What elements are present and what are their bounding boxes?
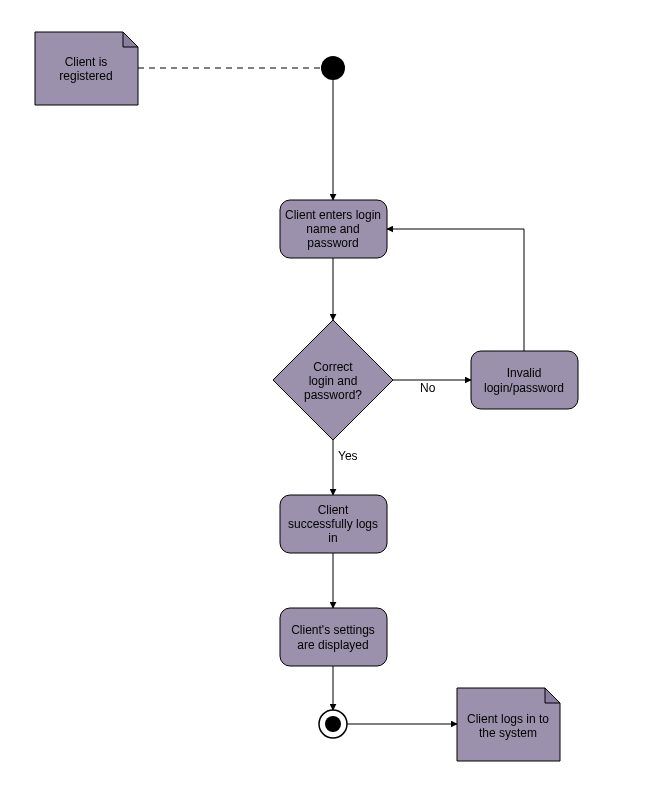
final-node [319,710,347,738]
action-enter-login-text-2: name and [306,222,359,236]
edge-invalid-loopback [387,229,524,351]
action-enter-login-text-3: password [307,236,358,250]
action-invalid-text-1: Invalid [507,366,542,380]
decision-correct-login: Correct login and password? [273,320,393,440]
note-client-registered-text-2: registered [59,69,112,83]
initial-node [321,56,345,80]
note-client-registered: Client is registered [35,32,138,105]
action-settings-text-2: are displayed [297,638,368,652]
action-invalid-text-2: login/password [484,381,564,395]
action-success-text-1: Client [318,503,349,517]
action-invalid-login: Invalid login/password [471,351,578,409]
decision-text-1: Correct [313,360,353,374]
action-success-login: Client successfully logs in [280,495,387,553]
decision-text-3: password? [304,388,362,402]
action-enter-login-text-1: Client enters login [285,208,381,222]
note-end-text-2: the system [479,726,537,740]
label-no: No [420,381,436,395]
decision-text-2: login and [309,374,358,388]
svg-point-5 [325,716,341,732]
note-client-logs-in: Client logs in to the system [457,688,560,761]
action-success-text-2: successfully logs [288,517,378,531]
label-yes: Yes [338,449,358,463]
activity-diagram: Client is registered Client enters login… [0,0,650,797]
note-end-text-1: Client logs in to [467,712,549,726]
note-client-registered-text-1: Client is [65,55,108,69]
action-settings-displayed: Client's settings are displayed [280,608,387,666]
action-settings-text-1: Client's settings [291,623,375,637]
action-success-text-3: in [328,531,337,545]
action-enter-login: Client enters login name and password [280,200,387,258]
